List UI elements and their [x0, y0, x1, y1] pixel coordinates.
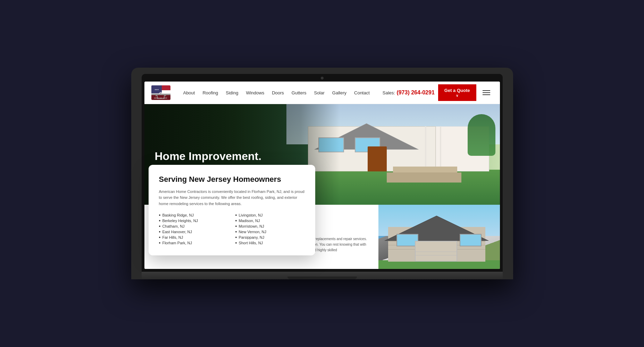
nav-item-gutters[interactable]: Gutters	[292, 90, 307, 95]
locations-grid: Basking Ridge, NJ Berkeley Heights, NJ C…	[159, 212, 305, 246]
locations-col-1: Basking Ridge, NJ Berkeley Heights, NJ C…	[159, 212, 228, 246]
hamburger-line-1	[483, 90, 490, 91]
phone-area: Sales: (973) 264-0291	[383, 90, 435, 96]
roofing-house-image	[378, 205, 500, 269]
location-morristown: Morristown, NJ	[235, 223, 305, 229]
laptop-base	[142, 272, 503, 279]
logo-area: ★★★ AMERICAN HOME	[151, 85, 170, 100]
card-title: Serving New Jersey Homeowners	[159, 175, 305, 185]
hero-title-line1: Home Improvement.	[155, 150, 262, 162]
hamburger-line-3	[483, 94, 490, 95]
location-florham-park: Florham Park, NJ	[159, 240, 228, 246]
nav-item-windows[interactable]: Windows	[246, 90, 264, 95]
location-new-vernon: New Vernon, NJ	[235, 229, 305, 235]
phone-number[interactable]: (973) 264-0291	[396, 90, 434, 95]
location-berkeley-heights: Berkeley Heights, NJ	[159, 218, 228, 223]
floating-service-card: Serving New Jersey Homeowners American H…	[149, 165, 315, 255]
nav-item-gallery[interactable]: Gallery	[332, 90, 346, 95]
laptop-frame: ★★★ AMERICAN HOME	[131, 68, 513, 279]
main-nav: About Roofing Siding Windows Doors Gutte…	[170, 90, 383, 95]
location-east-hanover: East Hanover, NJ	[159, 229, 228, 235]
chevron-down-icon: ∨	[456, 94, 458, 98]
card-description: American Home Contractors is convenientl…	[159, 189, 305, 207]
nav-item-doors[interactable]: Doors	[272, 90, 284, 95]
phone-label: Sales:	[383, 90, 395, 95]
location-parsippany: Parsippany, NJ	[235, 235, 305, 240]
location-basking-ridge: Basking Ridge, NJ	[159, 212, 228, 218]
lower-right-image	[378, 205, 500, 269]
location-far-hills: Far Hills, NJ	[159, 235, 228, 240]
header-right: Sales: (973) 264-0291 Get a Quote ∨	[383, 84, 493, 101]
location-chatham: Chatham, NJ	[159, 223, 228, 229]
site-header: ★★★ AMERICAN HOME	[144, 82, 500, 104]
nav-item-about[interactable]: About	[183, 90, 195, 95]
hamburger-menu-button[interactable]	[480, 89, 493, 96]
nav-item-siding[interactable]: Siding	[226, 90, 238, 95]
logo-image: ★★★ AMERICAN HOME	[151, 85, 170, 100]
nav-item-contact[interactable]: Contact	[354, 90, 370, 95]
nav-item-solar[interactable]: Solar	[314, 90, 324, 95]
location-madison: Madison, NJ	[235, 218, 305, 223]
locations-col-2: Livingston, NJ Madison, NJ Morristown, N…	[235, 212, 305, 246]
hamburger-line-2	[483, 92, 490, 93]
nav-item-roofing[interactable]: Roofing	[202, 90, 218, 95]
location-livingston: Livingston, NJ	[235, 212, 305, 218]
get-quote-label: Get a Quote	[444, 88, 470, 93]
location-short-hills: Short Hills, NJ	[235, 240, 305, 246]
camera-dot	[321, 77, 324, 79]
get-quote-button[interactable]: Get a Quote ∨	[438, 84, 476, 101]
